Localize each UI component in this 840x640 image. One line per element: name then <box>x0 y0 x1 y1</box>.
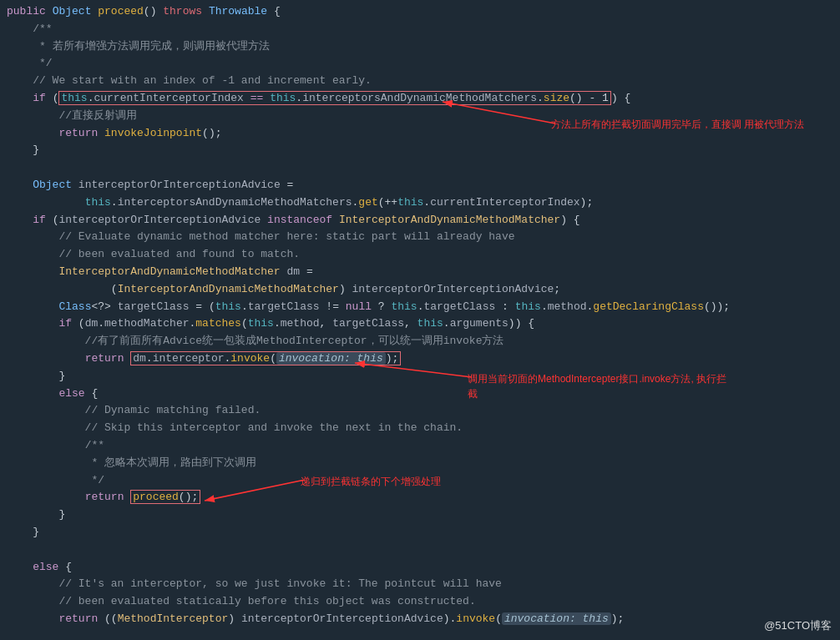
code-line-obj1: Object interceptorOrInterceptionAdvice = <box>7 177 833 194</box>
code-line-comment5: //有了前面所有Advice统一包装成MethodInterceptor，可以统… <box>7 333 833 350</box>
code-line-doc2: * 若所有增强方法调用完成，则调用被代理方法 <box>7 38 833 56</box>
code-line-comment7: // Skip this interceptor and invoke the … <box>7 420 833 437</box>
code-line-doc6: */ <box>7 472 833 490</box>
code-line-else1: else { <box>7 386 833 403</box>
code-line-if2: if (interceptorOrInterceptionAdvice inst… <box>7 212 833 229</box>
code-line-comment2: //直接反射调用 <box>7 108 833 125</box>
code-line-blank2 <box>7 542 833 559</box>
code-line-return2: return dm.interceptor.invoke(invocation:… <box>7 350 833 368</box>
code-line-doc4: /** <box>7 437 833 455</box>
code-line-comment8: // It's an interceptor, so we just invok… <box>7 576 833 593</box>
code-line-else2: else { <box>7 559 833 577</box>
code-line-class1: Class<?> targetClass = (this.targetClass… <box>7 299 833 316</box>
code-line-brace2: } <box>7 368 833 386</box>
code-line-return3: return proceed​(); <box>7 489 833 506</box>
code-line-doc1: /** <box>7 21 833 38</box>
code-line-comment1: // We start with an index of -1 and incr… <box>7 73 833 90</box>
code-editor: public Object proceed() throws Throwable… <box>0 0 840 632</box>
code-line-if3: if (dm.methodMatcher.matches(this.method… <box>7 315 833 333</box>
code-line-return4: return ((MethodInterceptor) interceptorO… <box>7 611 833 628</box>
code-line-if1: if (this.currentInterceptorIndex == this… <box>7 90 833 108</box>
code-line-doc3: */ <box>7 55 833 73</box>
code-line-obj2: this.interceptorsAndDynamicMethodMatcher… <box>7 194 833 212</box>
code-line-blank1 <box>7 159 833 177</box>
code-line-1: public Object proceed() throws Throwable… <box>7 3 833 21</box>
watermark: @51CTO博客 <box>764 618 832 633</box>
code-line-comment4: // been evaluated and found to match. <box>7 246 833 264</box>
code-line-comment3: // Evaluate dynamic method matcher here:… <box>7 229 833 246</box>
code-line-brace3: } <box>7 506 833 524</box>
code-line-comment6: // Dynamic matching failed. <box>7 402 833 420</box>
code-line-brace1: } <box>7 142 833 159</box>
code-line-dm1: InterceptorAndDynamicMethodMatcher dm = <box>7 264 833 281</box>
code-line-brace4: } <box>7 524 833 542</box>
code-line-dm2: (InterceptorAndDynamicMethodMatcher) int… <box>7 281 833 299</box>
code-line-doc5: * 忽略本次调用，路由到下次调用 <box>7 455 833 472</box>
code-line-return1: return invokeJoinpoint(); <box>7 125 833 143</box>
code-line-comment9: // been evaluated statically before this… <box>7 593 833 611</box>
